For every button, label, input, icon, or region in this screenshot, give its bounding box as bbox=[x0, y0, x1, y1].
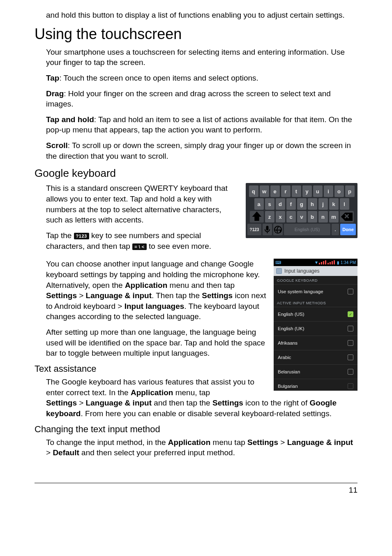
key-done[interactable]: Done bbox=[340, 224, 356, 235]
key-m[interactable]: m bbox=[329, 211, 339, 222]
heading-google-keyboard: Google keyboard bbox=[35, 167, 357, 180]
lang-item-en-us[interactable]: English (US) ✓ bbox=[274, 307, 357, 321]
change-input-p1: To change the input method, in the Appli… bbox=[46, 437, 357, 458]
google-kb-p4: After setting up more than one language,… bbox=[46, 327, 266, 359]
kb-row-1: q w e r t y u i o p bbox=[247, 185, 356, 197]
key-z[interactable]: z bbox=[265, 211, 274, 222]
checkbox-icon[interactable] bbox=[348, 340, 353, 346]
key-k[interactable]: k bbox=[329, 198, 339, 210]
key-q[interactable]: q bbox=[249, 185, 258, 197]
lang-item-label: Afrikaans bbox=[278, 341, 297, 345]
key-t[interactable]: t bbox=[292, 185, 301, 197]
status-kb-icon: ⌨ bbox=[275, 260, 281, 265]
ci-p1-c: and then select your preferred input met… bbox=[79, 448, 235, 457]
lang-section-active: ACTIVE INPUT METHODS bbox=[274, 299, 357, 307]
key-r[interactable]: r bbox=[281, 185, 291, 197]
key-a[interactable]: a bbox=[254, 198, 264, 210]
lang-header-title: Input languages bbox=[284, 268, 319, 274]
key-i[interactable]: i bbox=[324, 185, 333, 197]
key-globe[interactable] bbox=[273, 224, 283, 235]
google-kb-p2: Tap the ?123 key to see numbers and spec… bbox=[46, 230, 238, 251]
key-mic[interactable] bbox=[263, 224, 272, 235]
ta-p1-c: and then tap the bbox=[152, 398, 212, 407]
ta-p1-lang: Language & input bbox=[86, 398, 152, 407]
key-h[interactable]: h bbox=[308, 198, 317, 210]
battery-icon: ▮ bbox=[337, 260, 339, 265]
key-o[interactable]: o bbox=[334, 185, 344, 197]
checkbox-icon[interactable] bbox=[348, 383, 353, 389]
key-v[interactable]: v bbox=[297, 211, 307, 222]
tap-text: : Touch the screen once to open items an… bbox=[59, 74, 258, 82]
heading-changing-input: Changing the text input method bbox=[35, 424, 357, 435]
input-languages-illustration: ⌨ ▾ ▮ 1:34 PM Input l bbox=[274, 259, 357, 391]
lang-header-icon bbox=[276, 268, 282, 274]
lang-item-bulgarian[interactable]: Bulgarian bbox=[274, 379, 357, 391]
status-time: 1:34 PM bbox=[341, 260, 356, 265]
gk-p3-settings: Settings bbox=[46, 291, 77, 300]
key-b[interactable]: b bbox=[308, 211, 317, 222]
gk-p3-inputlang: Input languages bbox=[125, 302, 184, 310]
key-period[interactable]: . bbox=[332, 224, 339, 235]
key-u[interactable]: u bbox=[313, 185, 323, 197]
checkbox-icon[interactable] bbox=[348, 326, 353, 331]
scroll-para: Scroll: To scroll up or down the screen,… bbox=[46, 140, 357, 161]
lang-header: Input languages bbox=[274, 266, 357, 276]
key-shift[interactable] bbox=[250, 211, 264, 222]
text-assist-p1-top: The Google keyboard has various features… bbox=[46, 377, 266, 398]
google-kb-p1: This is a standard onscreen QWERTY keybo… bbox=[46, 183, 238, 225]
drag-text: : Hold your finger on the screen and dra… bbox=[46, 89, 331, 109]
key-j[interactable]: j bbox=[318, 198, 328, 210]
key-w[interactable]: w bbox=[260, 185, 269, 197]
gk-p3-app: Application bbox=[125, 281, 167, 290]
signal-icon bbox=[319, 260, 326, 264]
tap-hold-label: Tap and hold bbox=[46, 115, 94, 124]
key-space[interactable]: English (US) bbox=[284, 224, 330, 235]
lang-use-system[interactable]: Use system language bbox=[274, 284, 357, 299]
lang-item-belarusian[interactable]: Belarusian bbox=[274, 364, 357, 379]
status-bar: ⌨ ▾ ▮ 1:34 PM bbox=[274, 259, 357, 266]
tap-hold-para: Tap and hold: Tap and hold an item to se… bbox=[46, 114, 357, 135]
ta-p1-e: . From here you can enable or disable se… bbox=[81, 409, 331, 418]
key-e[interactable]: e bbox=[270, 185, 280, 197]
key-y[interactable]: y bbox=[302, 185, 312, 197]
key-s[interactable]: s bbox=[265, 198, 274, 210]
key-p[interactable]: p bbox=[345, 185, 355, 197]
key-x[interactable]: x bbox=[276, 211, 285, 222]
key-backspace[interactable] bbox=[340, 211, 354, 222]
key-sym-icon: = \ < bbox=[132, 243, 147, 250]
globe-icon bbox=[273, 225, 283, 234]
key-l[interactable]: l bbox=[340, 198, 349, 210]
checkbox-checked-icon[interactable]: ✓ bbox=[348, 311, 353, 317]
intro-continuation: and hold this button to display a list o… bbox=[46, 10, 357, 21]
ta-p1-d: icon to the right of bbox=[243, 398, 310, 407]
key-f[interactable]: f bbox=[286, 198, 296, 210]
ci-p1-gt2: > bbox=[46, 448, 53, 457]
ta-p1-settings: Settings bbox=[46, 398, 77, 407]
gk-p3-c: . Then tap the bbox=[152, 291, 202, 300]
key-123[interactable]: ?123 bbox=[247, 224, 261, 235]
ci-p1-settings: Settings bbox=[247, 438, 278, 447]
lang-section-keyboard: GOOGLE KEYBOARD bbox=[274, 276, 357, 284]
key-g[interactable]: g bbox=[297, 198, 307, 210]
checkbox-icon[interactable] bbox=[348, 289, 353, 294]
lang-item-afrikaans[interactable]: Afrikaans bbox=[274, 336, 357, 350]
key-c[interactable]: c bbox=[286, 211, 296, 222]
lang-item-en-uk[interactable]: English (UK) bbox=[274, 321, 357, 336]
ta-p1-settings2: Settings bbox=[212, 398, 243, 407]
checkbox-icon[interactable] bbox=[348, 354, 353, 360]
ta-p1-app: Application bbox=[131, 388, 173, 397]
footer-rule bbox=[35, 483, 357, 483]
key-d[interactable]: d bbox=[276, 198, 285, 210]
ci-p1-app: Application bbox=[168, 438, 210, 447]
gk-p3-settings2: Settings bbox=[202, 291, 233, 300]
ta-p1-gt1: > bbox=[77, 398, 86, 407]
wifi-icon: ▾ bbox=[315, 259, 318, 265]
mic-icon bbox=[263, 225, 272, 234]
gk-p3-lang: Language & input bbox=[86, 291, 152, 300]
lang-item-arabic[interactable]: Arabic bbox=[274, 350, 357, 364]
heading-text-assistance: Text assistance bbox=[35, 364, 266, 374]
lang-item-label: Arabic bbox=[278, 355, 291, 360]
tap-label: Tap bbox=[46, 74, 59, 82]
key-n[interactable]: n bbox=[318, 211, 328, 222]
checkbox-icon[interactable] bbox=[348, 369, 353, 375]
